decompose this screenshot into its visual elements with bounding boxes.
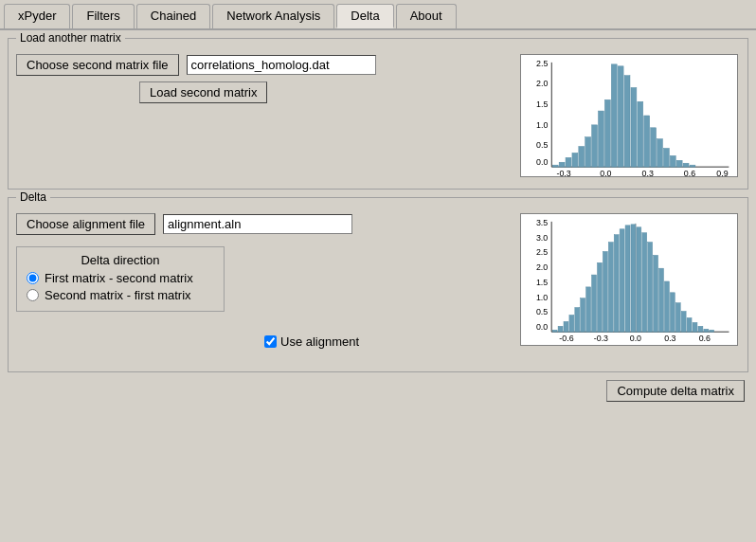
svg-rect-71 <box>664 281 669 332</box>
radio-first-minus-second[interactable] <box>27 272 39 284</box>
svg-rect-68 <box>648 243 653 333</box>
svg-rect-27 <box>644 116 650 167</box>
radio2-row: Second matrix - first matrix <box>27 288 214 302</box>
svg-rect-30 <box>663 148 669 167</box>
svg-rect-60 <box>603 251 607 332</box>
svg-text:-0.3: -0.3 <box>556 169 570 176</box>
svg-text:0.9: 0.9 <box>716 169 728 176</box>
use-alignment-row: Use alignment <box>264 334 359 349</box>
choose-second-matrix-button[interactable]: Choose second matrix file <box>16 54 179 76</box>
svg-text:0.3: 0.3 <box>664 334 675 343</box>
second-matrix-file-input[interactable] <box>187 55 376 75</box>
svg-rect-33 <box>683 163 689 167</box>
svg-rect-24 <box>624 76 630 167</box>
svg-text:0.6: 0.6 <box>684 169 695 176</box>
svg-rect-13 <box>552 165 558 167</box>
svg-rect-62 <box>614 235 619 333</box>
svg-text:0.0: 0.0 <box>536 322 548 332</box>
svg-rect-63 <box>620 229 624 332</box>
svg-rect-17 <box>579 146 585 167</box>
svg-rect-64 <box>625 226 630 332</box>
svg-rect-29 <box>657 139 663 168</box>
svg-rect-77 <box>698 326 703 332</box>
radio1-label: First matrix - second matrix <box>45 271 193 285</box>
load-another-matrix-group: Load another matrix Choose second matrix… <box>8 38 748 190</box>
svg-rect-58 <box>592 275 597 332</box>
radio-second-minus-first[interactable] <box>27 289 39 301</box>
svg-text:-0.3: -0.3 <box>594 334 608 343</box>
svg-text:1.0: 1.0 <box>536 120 548 130</box>
svg-text:0.6: 0.6 <box>699 334 711 343</box>
svg-text:0.0: 0.0 <box>600 169 611 176</box>
svg-text:0.0: 0.0 <box>536 157 548 167</box>
svg-text:0.5: 0.5 <box>536 140 548 150</box>
svg-rect-73 <box>675 303 680 333</box>
tab-xpyder[interactable]: xPyder <box>4 4 70 28</box>
svg-rect-75 <box>687 317 692 332</box>
svg-rect-14 <box>559 162 565 167</box>
svg-text:2.5: 2.5 <box>536 247 548 257</box>
tab-delta[interactable]: Delta <box>336 4 393 28</box>
svg-text:0.5: 0.5 <box>536 307 548 316</box>
delta-group-label: Delta <box>16 190 50 204</box>
svg-rect-26 <box>638 101 643 167</box>
svg-rect-19 <box>592 125 598 167</box>
tab-about[interactable]: About <box>396 4 457 28</box>
compute-row: Compute delta matrix <box>8 380 748 402</box>
delta-chart-svg: 3.5 3.0 2.5 2.0 1.5 1.0 0.5 0.0 -0.6 -0.… <box>521 214 737 345</box>
svg-text:0.3: 0.3 <box>642 169 654 176</box>
radio2-label: Second matrix - first matrix <box>45 288 191 302</box>
svg-text:3.5: 3.5 <box>536 218 548 227</box>
compute-delta-matrix-button[interactable]: Compute delta matrix <box>606 380 745 402</box>
svg-rect-57 <box>586 287 591 332</box>
tab-filters[interactable]: Filters <box>72 4 134 28</box>
choose-alignment-button[interactable]: Choose alignment file <box>16 213 155 235</box>
first-matrix-chart: 2.5 2.0 1.5 1.0 0.5 0.0 -0.3 0.0 0.3 0.6… <box>520 54 738 177</box>
load-another-matrix-label: Load another matrix <box>16 31 125 45</box>
svg-rect-72 <box>670 293 675 332</box>
use-alignment-label: Use alignment <box>280 334 359 349</box>
svg-rect-55 <box>575 308 580 333</box>
tab-bar: xPyder Filters Chained Network Analysis … <box>0 0 756 30</box>
svg-rect-59 <box>597 262 602 332</box>
tab-network-analysis[interactable]: Network Analysis <box>212 4 334 28</box>
svg-rect-25 <box>631 87 637 167</box>
svg-rect-66 <box>637 227 641 332</box>
delta-direction-group: Delta direction First matrix - second ma… <box>16 246 225 312</box>
svg-rect-34 <box>690 165 695 167</box>
svg-rect-23 <box>618 66 623 167</box>
delta-direction-label: Delta direction <box>27 253 214 267</box>
load-second-matrix-button[interactable]: Load second matrix <box>139 81 267 103</box>
svg-rect-20 <box>599 111 604 167</box>
svg-rect-32 <box>676 160 682 167</box>
svg-rect-16 <box>572 153 578 167</box>
svg-rect-76 <box>693 322 697 332</box>
svg-rect-65 <box>631 225 636 332</box>
svg-rect-52 <box>558 326 563 332</box>
svg-text:1.0: 1.0 <box>536 293 548 302</box>
svg-text:1.5: 1.5 <box>536 278 548 287</box>
delta-chart: 3.5 3.0 2.5 2.0 1.5 1.0 0.5 0.0 -0.6 -0.… <box>520 213 738 346</box>
radio1-row: First matrix - second matrix <box>27 271 214 285</box>
svg-rect-67 <box>642 233 647 332</box>
use-alignment-checkbox[interactable] <box>264 335 277 348</box>
svg-rect-61 <box>608 243 613 333</box>
svg-text:2.5: 2.5 <box>536 59 548 68</box>
alignment-file-input[interactable] <box>163 214 352 234</box>
svg-rect-31 <box>670 155 675 167</box>
first-chart-svg: 2.5 2.0 1.5 1.0 0.5 0.0 -0.3 0.0 0.3 0.6… <box>521 55 737 176</box>
svg-text:1.5: 1.5 <box>536 99 548 109</box>
svg-rect-54 <box>569 315 574 332</box>
delta-group: Delta Choose alignment file Delta direct… <box>8 197 748 372</box>
svg-text:3.0: 3.0 <box>536 233 548 243</box>
svg-rect-70 <box>659 268 664 332</box>
svg-rect-21 <box>604 99 610 167</box>
svg-rect-15 <box>566 157 571 167</box>
svg-rect-22 <box>611 64 617 167</box>
svg-rect-74 <box>681 312 686 333</box>
svg-rect-56 <box>581 298 585 332</box>
svg-text:-0.6: -0.6 <box>559 334 573 343</box>
tab-chained[interactable]: Chained <box>136 4 210 28</box>
svg-rect-69 <box>654 255 658 332</box>
svg-rect-53 <box>564 321 568 332</box>
